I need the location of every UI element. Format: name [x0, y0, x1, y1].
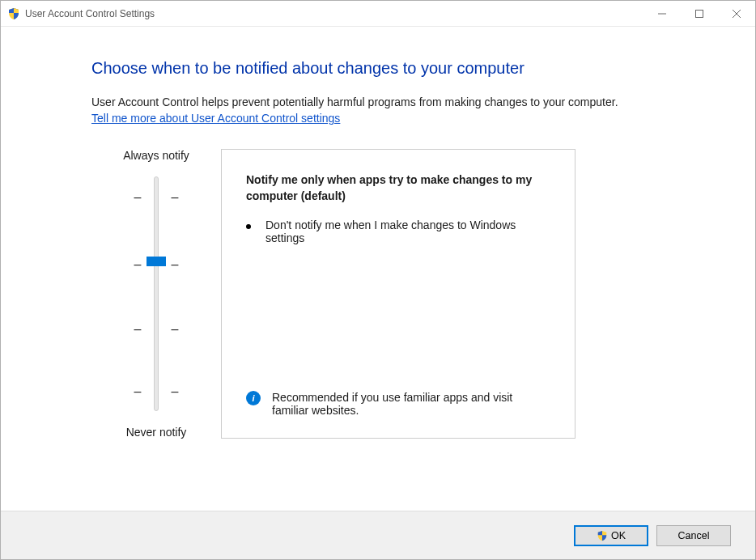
slider-bottom-label: Never notify — [126, 426, 187, 439]
slider-top-label: Always notify — [123, 149, 189, 162]
learn-more-link[interactable]: Tell me more about User Account Control … — [91, 112, 340, 125]
minimize-button[interactable] — [643, 1, 681, 27]
bullet-icon — [246, 224, 251, 229]
slider-column: Always notify –– –– –– –– Never notify — [91, 149, 221, 439]
footer: OK Cancel — [1, 511, 755, 559]
slider-block: Always notify –– –– –– –– Never notify N… — [91, 149, 715, 439]
description-panel: Notify me only when apps try to make cha… — [221, 149, 575, 439]
svg-rect-0 — [696, 10, 703, 17]
shield-icon — [597, 530, 608, 541]
ok-button-label: OK — [611, 530, 626, 541]
panel-note: i Recommended if you use familiar apps a… — [246, 391, 552, 417]
uac-slider[interactable]: –– –– –– –– — [132, 176, 181, 411]
cancel-button[interactable]: Cancel — [656, 525, 731, 546]
content: Choose when to be notified about changes… — [1, 27, 755, 439]
slider-tick: –– — [132, 194, 181, 201]
slider-track — [154, 176, 159, 411]
maximize-button[interactable] — [681, 1, 718, 27]
panel-bullet-row: Don't notify me when I make changes to W… — [246, 218, 552, 244]
cancel-button-label: Cancel — [678, 530, 710, 541]
panel-bullet-text: Don't notify me when I make changes to W… — [265, 218, 552, 244]
close-icon — [733, 10, 741, 18]
close-button[interactable] — [718, 1, 755, 27]
slider-tick: –– — [132, 388, 181, 395]
panel-title: Notify me only when apps try to make cha… — [246, 172, 552, 204]
maximize-icon — [695, 10, 703, 18]
minimize-icon — [658, 10, 666, 18]
ok-button[interactable]: OK — [574, 525, 648, 546]
window-controls — [643, 1, 755, 27]
title-bar: User Account Control Settings — [1, 1, 755, 27]
page-heading: Choose when to be notified about changes… — [91, 59, 715, 78]
window-title: User Account Control Settings — [25, 8, 155, 19]
slider-tick: –– — [132, 326, 181, 333]
slider-thumb[interactable] — [147, 257, 166, 266]
panel-note-text: Recommended if you use familiar apps and… — [272, 391, 552, 417]
shield-icon — [7, 7, 20, 20]
intro-text: User Account Control helps prevent poten… — [91, 95, 715, 108]
info-icon: i — [246, 391, 261, 405]
